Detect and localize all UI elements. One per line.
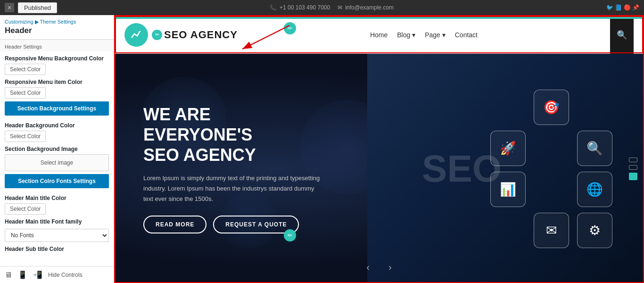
section-bg-settings-button[interactable]: Section Background Settings bbox=[5, 101, 109, 116]
search-box[interactable]: 🔍 bbox=[610, 16, 634, 54]
svg-line-2 bbox=[242, 25, 289, 49]
section-color-fonts-button[interactable]: Section Colro Fonts Settings bbox=[5, 174, 109, 188]
header-bg-color-label: Header Background Color bbox=[5, 122, 109, 129]
font-family-select[interactable]: No Fonts Arial Georgia Helvetica Times N… bbox=[5, 229, 109, 242]
hero-buttons: READ MORE REQUEST A QUOTE bbox=[143, 216, 322, 233]
side-dot-3[interactable] bbox=[629, 173, 637, 180]
breadcrumb-customizing[interactable]: Customizing bbox=[5, 19, 33, 25]
header-main-title-color-btn[interactable]: Select Color bbox=[5, 203, 46, 215]
header-sub-title-label: Header Sub title Color bbox=[5, 246, 109, 252]
icon-grid: 🎯 🚀 🔍 📊 🌐 ✉ ⚙ bbox=[490, 90, 615, 248]
breadcrumb-theme-settings[interactable]: Theme Settings bbox=[40, 19, 76, 25]
side-dot-1[interactable] bbox=[629, 158, 637, 162]
icon-target: 🎯 bbox=[534, 90, 569, 125]
svg-marker-0 bbox=[140, 31, 141, 32]
email-address: info@example.com bbox=[345, 4, 394, 11]
social-icons: 🐦 📘 🔴 📌 bbox=[606, 4, 639, 11]
icon-email: ✉ bbox=[534, 213, 569, 248]
desktop-icon[interactable]: 🖥 bbox=[5, 271, 12, 279]
responsive-menu-item-color-btn[interactable]: Select Color bbox=[5, 87, 46, 99]
logo-icon: ✏ bbox=[152, 30, 162, 40]
side-controls bbox=[629, 158, 637, 180]
breadcrumb: Customizing ▶ Theme Settings bbox=[5, 19, 109, 25]
icon-blank-5 bbox=[490, 213, 528, 248]
carousel-arrows: ‹ › bbox=[362, 260, 396, 275]
responsive-menu-bg-color-btn[interactable]: Select Color bbox=[5, 64, 46, 75]
logo-circle bbox=[124, 23, 148, 47]
sidebar: Customizing ▶ Theme Settings Header Head… bbox=[0, 15, 114, 283]
icon-gear: ⚙ bbox=[577, 213, 612, 248]
carousel-next[interactable]: › bbox=[384, 260, 396, 275]
nav-item-contact[interactable]: Contact bbox=[455, 31, 478, 39]
hero-description: Lorem Ipsum is simply dummy text of the … bbox=[143, 173, 322, 204]
icon-blank-3 bbox=[534, 131, 571, 166]
settings-section-label: Header Settings bbox=[0, 40, 114, 51]
icon-blank-1 bbox=[490, 90, 528, 125]
logo-text: SEO AGENCY bbox=[164, 29, 238, 41]
icon-blank-4 bbox=[534, 172, 571, 207]
top-bar: × Published 📞 +1 00 103 490 7000 ✉ info@… bbox=[0, 0, 644, 15]
responsive-menu-bg-label: Responsive Menu Background Color bbox=[5, 55, 109, 62]
top-bar-left: × Published bbox=[5, 2, 57, 13]
read-more-button[interactable]: READ MORE bbox=[143, 216, 206, 233]
section-bg-image-label: Section Background Image bbox=[5, 146, 109, 152]
teal-bar bbox=[115, 16, 643, 19]
nav-item-home[interactable]: Home bbox=[370, 31, 388, 39]
mobile-icon[interactable]: 📲 bbox=[33, 270, 42, 279]
hide-controls-label[interactable]: Hide Controls bbox=[48, 272, 83, 278]
nav-item-page[interactable]: Page ▾ bbox=[425, 31, 446, 39]
side-dot-2[interactable] bbox=[629, 165, 637, 170]
icon-globe: 🌐 bbox=[577, 172, 612, 207]
close-button[interactable]: × bbox=[5, 3, 14, 12]
header-main-title-color-label: Header Main title Color bbox=[5, 195, 109, 201]
website-header: ✏ SEO AGENCY Home Blog ▾ Page ▾ Contact bbox=[115, 16, 643, 54]
phone-number: +1 00 103 490 7000 bbox=[280, 4, 330, 11]
carousel-prev[interactable]: ‹ bbox=[362, 260, 374, 275]
nav-item-blog[interactable]: Blog ▾ bbox=[397, 31, 415, 39]
preview-area: ✏ SEO AGENCY Home Blog ▾ Page ▾ Contact bbox=[114, 15, 644, 283]
header-main-font-family-label: Header Main title Font family bbox=[5, 218, 109, 225]
sidebar-header: Customizing ▶ Theme Settings Header bbox=[0, 15, 114, 40]
header-bg-color-btn[interactable]: Select Color bbox=[5, 131, 46, 142]
main-layout: Customizing ▶ Theme Settings Header Head… bbox=[0, 15, 644, 283]
email-icon: ✉ bbox=[338, 4, 342, 11]
top-bar-right: 🐦 📘 🔴 📌 bbox=[606, 4, 639, 11]
hero-section: WE ARE EVERYONE'SSEO AGENCY Lorem Ipsum … bbox=[115, 54, 643, 283]
sidebar-title: Header bbox=[5, 26, 109, 35]
customize-pencil-top[interactable]: ✏ bbox=[284, 22, 296, 34]
sidebar-footer: 🖥 📱 📲 Hide Controls bbox=[0, 266, 114, 283]
settings-group: Responsive Menu Background Color Select … bbox=[0, 55, 114, 258]
customize-pencil-bottom[interactable]: ✏ bbox=[284, 229, 296, 241]
responsive-menu-item-label: Responsive Menu item Color bbox=[5, 79, 109, 85]
sidebar-scroll: Header Settings Responsive Menu Backgrou… bbox=[0, 40, 114, 266]
top-bar-center: 📞 +1 00 103 490 7000 ✉ info@example.com bbox=[270, 4, 394, 11]
icon-chart: 📊 bbox=[490, 172, 526, 207]
nav-menu: Home Blog ▾ Page ▾ Contact bbox=[370, 31, 478, 39]
published-button[interactable]: Published bbox=[18, 2, 57, 13]
icon-search: 🔍 bbox=[577, 131, 612, 166]
seo-watermark: SEO bbox=[422, 147, 502, 191]
hero-content: WE ARE EVERYONE'SSEO AGENCY Lorem Ipsum … bbox=[115, 85, 351, 252]
icon-blank-2 bbox=[577, 90, 615, 125]
tablet-icon[interactable]: 📱 bbox=[18, 270, 27, 279]
tech-icons: 🎯 🚀 🔍 📊 🌐 ✉ ⚙ bbox=[490, 90, 615, 248]
hero-title: WE ARE EVERYONE'SSEO AGENCY bbox=[143, 104, 322, 166]
select-image-box[interactable]: Select image bbox=[5, 154, 109, 171]
phone-icon: 📞 bbox=[270, 4, 277, 11]
logo-area: ✏ SEO AGENCY bbox=[124, 23, 238, 47]
icon-rocket: 🚀 bbox=[490, 131, 526, 166]
